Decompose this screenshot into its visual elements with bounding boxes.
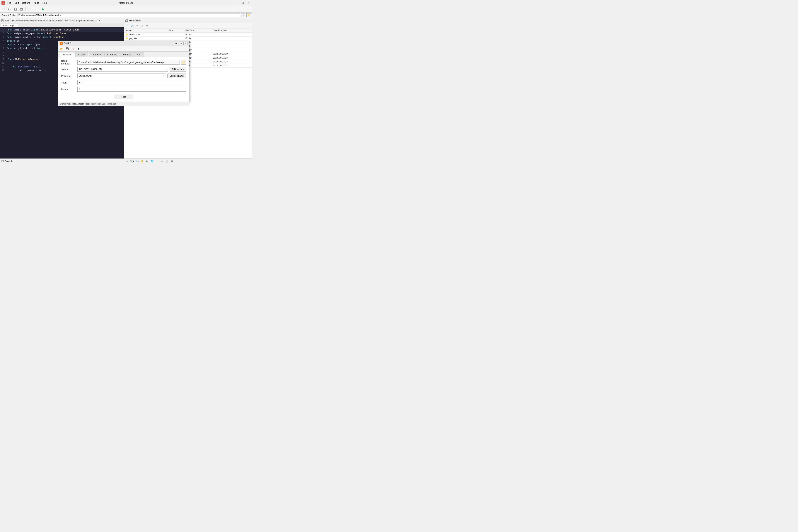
file-modified xyxy=(211,40,252,44)
month-select-wrapper: 1 ▼ xyxy=(77,87,186,92)
dialog-save-button[interactable]: 💾 xyxy=(65,46,70,51)
dialog-title: EMIPS xyxy=(64,42,173,45)
menu-edit[interactable]: Edit xyxy=(13,1,20,5)
svg-rect-5 xyxy=(15,9,16,10)
undo-button[interactable] xyxy=(27,7,32,12)
file-size xyxy=(167,33,184,37)
plot-zoom-out-button[interactable]: 🔍- xyxy=(135,159,139,163)
run-button[interactable]: ▶ xyxy=(41,7,46,12)
redo-button[interactable] xyxy=(33,7,38,12)
file-explorer-toolbar: 📄 🔄 ⬆ ⬜ ✕ xyxy=(124,23,252,28)
year-input[interactable] xyxy=(77,80,186,85)
window-controls: ─ □ ✕ xyxy=(235,1,251,5)
maximize-button[interactable]: □ xyxy=(241,1,245,5)
dialog-minimize-button[interactable]: ─ xyxy=(174,41,178,45)
line-number-4: 4 xyxy=(0,39,6,43)
file-explorer-header: File explorer xyxy=(124,18,252,23)
app-icon: M xyxy=(1,1,5,5)
file-row-chem_spec[interactable]: 📁chem_spec Folder xyxy=(124,33,252,37)
file-modified: 2023/1/9 02:18 xyxy=(211,56,252,60)
code-line-1: 1 from emips.utils import EmissionReader… xyxy=(0,28,124,32)
dialog-tab-run[interactable]: Run xyxy=(134,52,144,57)
line-content-2: from emips.chem_spec import PollutantEnu… xyxy=(6,32,124,36)
file-up-button[interactable]: ⬆ xyxy=(135,24,139,28)
pollutant-select[interactable]: BC (kg/m2/s) xyxy=(77,74,166,78)
col-header-type: File Type xyxy=(184,28,211,33)
close-button[interactable]: ✕ xyxy=(246,1,251,5)
menu-file[interactable]: File xyxy=(6,1,13,5)
plot-pan-button[interactable]: ✋ xyxy=(140,159,144,163)
col-header-name: Name xyxy=(124,28,167,33)
dialog-saveas-button[interactable]: 📋 xyxy=(70,46,75,51)
dialog-tab-vertical[interactable]: Vertical xyxy=(120,52,134,57)
dialog-plot-button[interactable]: Plot xyxy=(114,95,133,99)
file-size xyxy=(167,37,184,40)
plot-maximize-button[interactable]: ⬜ xyxy=(165,159,169,163)
file-modified xyxy=(211,48,252,52)
svg-rect-4 xyxy=(15,8,16,9)
svg-text:E: E xyxy=(61,43,62,44)
menu-apps[interactable]: Apps xyxy=(32,1,41,5)
editor-tab-emission[interactable]: emission.py ✕ xyxy=(1,24,18,27)
new-file-button[interactable] xyxy=(1,7,6,12)
file-refresh-button[interactable]: 🔄 xyxy=(130,24,134,28)
emips-dialog[interactable]: E EMIPS ─ □ ✕ 📂 💾 📋 ℹ Emission Spatial T… xyxy=(58,41,189,102)
plot-rotate-button[interactable]: ⟳ xyxy=(145,159,149,163)
file-close-button[interactable]: ✕ xyxy=(145,24,149,28)
line-number-3: 3 xyxy=(0,36,6,39)
open-file-button[interactable] xyxy=(7,7,12,12)
minimize-button[interactable]: ─ xyxy=(235,1,240,5)
svg-rect-13 xyxy=(2,160,3,162)
dialog-restore-button[interactable]: □ xyxy=(179,41,183,45)
menu-help[interactable]: Help xyxy=(41,1,49,5)
line-number-12: 12 xyxy=(0,69,6,72)
console-panel: Console Jython Jython 2.7.3 (tags/v2.7.3… xyxy=(0,159,124,163)
file-name: 📁chem_spec xyxy=(124,33,167,37)
svg-rect-12 xyxy=(126,20,128,22)
folder-dropdown-button[interactable]: ▼ xyxy=(241,13,245,17)
file-maximize-button[interactable]: ⬜ xyxy=(140,24,144,28)
folder-browse-button[interactable]: 📁 xyxy=(246,13,251,17)
saveas-button[interactable] xyxy=(19,7,24,12)
month-select[interactable]: 1 xyxy=(77,87,186,92)
folder-path-input[interactable] xyxy=(18,13,240,17)
edit-sectors-button[interactable]: Edit sectors xyxy=(170,67,186,72)
file-modified: 2023/1/9 02:19 xyxy=(211,52,252,56)
plot-close-button[interactable]: ✕ xyxy=(170,159,174,163)
year-row: Year: xyxy=(61,80,186,85)
dialog-toolbar: 📂 💾 📋 ℹ xyxy=(58,46,189,52)
plot-info-button[interactable]: ℹ xyxy=(155,159,159,163)
editor-tab-close[interactable]: ✕ xyxy=(15,24,17,26)
code-line-2: 2 from emips.chem_spec import PollutantE… xyxy=(0,32,124,36)
dialog-open-button[interactable]: 📂 xyxy=(59,46,64,51)
pollutant-label: Pollutant: xyxy=(61,75,76,77)
dialog-tab-emission[interactable]: Emission xyxy=(60,52,75,57)
read-module-path: D:\chen\meteoinfo\MeteoInfo\toolbox\emip… xyxy=(77,60,180,65)
code-line-3: 3 from emips.spatial_alloc import GridDe… xyxy=(0,36,124,39)
plot-globe-button[interactable]: 🌐 xyxy=(150,159,154,163)
save-button[interactable] xyxy=(13,7,18,12)
dialog-close-button[interactable]: ✕ xyxy=(184,41,188,45)
sector-select[interactable]: INDUSTRY (30100101) xyxy=(77,67,168,72)
read-module-label: Read module: xyxy=(61,59,76,65)
editor-header: Editor - D:\chen\meteoinfo\MeteoInfo\too… xyxy=(0,18,124,23)
sector-row: Sector: INDUSTRY (30100101) ▼ Edit secto… xyxy=(61,67,186,72)
plot-zoom-in-button[interactable]: 🔍+ xyxy=(130,159,134,163)
edit-pollutants-button[interactable]: Edit pollutants xyxy=(167,74,186,78)
plot-cursor-button[interactable]: ↖ xyxy=(125,159,129,163)
dialog-tab-temporal[interactable]: Temporal xyxy=(89,52,104,57)
dialog-tab-chemical[interactable]: Chemical xyxy=(104,52,120,57)
menu-options[interactable]: Options xyxy=(20,1,32,5)
read-module-browse-button[interactable]: 📁 xyxy=(181,60,186,65)
dialog-body: Read module: D:\chen\meteoinfo\MeteoInfo… xyxy=(58,57,189,102)
plot-minimize-button[interactable]: ─ xyxy=(160,159,164,163)
file-explorer-icon xyxy=(125,19,128,22)
file-type: Folder xyxy=(184,37,211,40)
dialog-app-icon: E xyxy=(60,42,63,45)
file-new-button[interactable]: 📄 xyxy=(125,24,129,28)
dialog-info-button[interactable]: ℹ xyxy=(76,46,81,51)
file-explorer-title: File explorer xyxy=(129,19,141,22)
dialog-tab-spatial[interactable]: Spatial xyxy=(75,52,88,57)
file-modified xyxy=(211,44,252,48)
file-row-ge_data[interactable]: 📁ge_data Folder xyxy=(124,37,252,40)
